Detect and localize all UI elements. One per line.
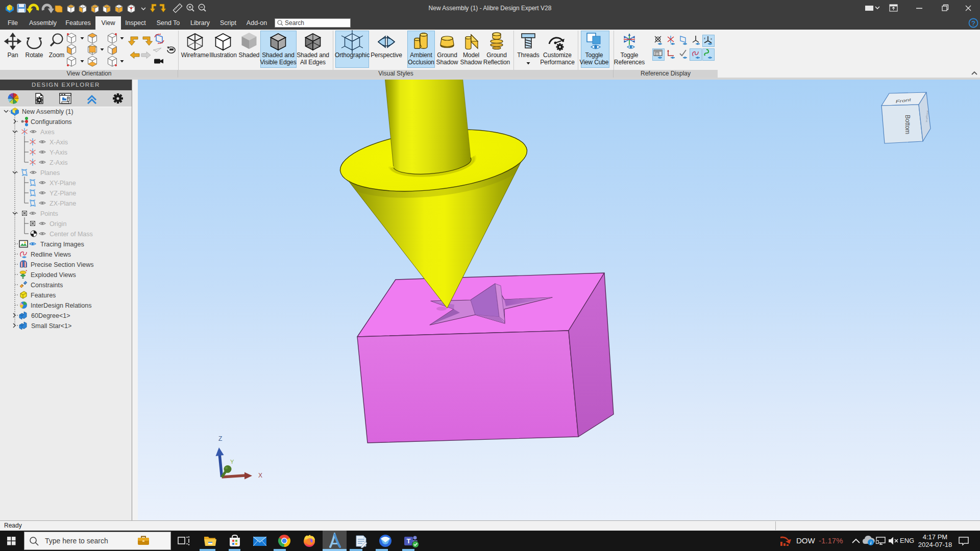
svg-text:Axes: Axes xyxy=(40,129,55,136)
svg-text:YZ-Plane: YZ-Plane xyxy=(50,190,76,197)
svg-text:Points: Points xyxy=(40,210,58,217)
svg-text:Z-Axis: Z-Axis xyxy=(50,159,67,166)
svg-text:Exploded Views: Exploded Views xyxy=(31,271,76,279)
svg-text:T: T xyxy=(407,537,411,545)
svg-text:X-Axis: X-Axis xyxy=(50,139,68,146)
svg-text:Configurations: Configurations xyxy=(31,118,72,126)
svg-text:Y: Y xyxy=(230,459,234,465)
svg-text:Small Star<1>: Small Star<1> xyxy=(31,322,71,330)
svg-text:X: X xyxy=(258,472,262,479)
svg-text:Bottom: Bottom xyxy=(904,115,911,134)
svg-text:60Degree<1>: 60Degree<1> xyxy=(31,312,70,319)
svg-text:ZX-Plane: ZX-Plane xyxy=(50,200,76,207)
svg-text:Precise Section Views: Precise Section Views xyxy=(31,261,93,268)
svg-text:InterDesign Relations: InterDesign Relations xyxy=(31,302,92,309)
svg-text:Redline Views: Redline Views xyxy=(31,251,71,258)
svg-text:Center of Mass: Center of Mass xyxy=(50,231,93,238)
svg-text:New Assembly (1): New Assembly (1) xyxy=(22,108,74,115)
svg-text:Features: Features xyxy=(31,292,56,299)
svg-text:Y-Axis: Y-Axis xyxy=(50,149,67,156)
svg-text:?: ? xyxy=(971,19,975,27)
svg-text:Z: Z xyxy=(218,435,222,442)
svg-text:Constraints: Constraints xyxy=(31,282,63,289)
svg-text:Origin: Origin xyxy=(50,220,66,228)
svg-text:z: z xyxy=(704,37,705,40)
svg-text:Planes: Planes xyxy=(40,169,60,177)
svg-text:Tracing Images: Tracing Images xyxy=(40,241,84,248)
svg-text:XY-Plane: XY-Plane xyxy=(50,180,76,187)
svg-text:x: x xyxy=(710,37,712,40)
